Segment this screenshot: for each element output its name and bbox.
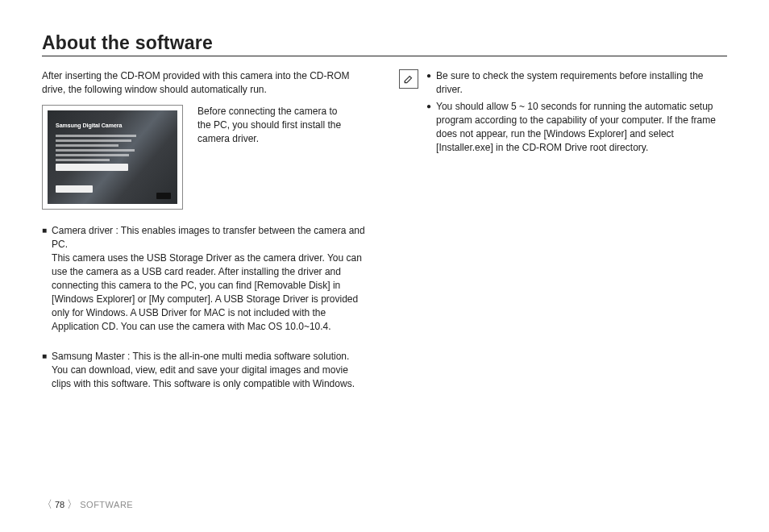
- columns: After inserting the CD-ROM provided with…: [42, 69, 727, 407]
- item-head: Camera driver : This enables images to t…: [52, 225, 365, 250]
- column-right: ● Be sure to check the system requiremen…: [399, 69, 727, 407]
- figure-row: Samsung Digital Camera Before connecting…: [42, 105, 370, 210]
- intro-paragraph: After inserting the CD-ROM provided with…: [42, 69, 370, 97]
- column-left: After inserting the CD-ROM provided with…: [42, 69, 370, 407]
- figure-caption: Before connecting the camera to the PC, …: [197, 105, 351, 210]
- installer-screenshot: Samsung Digital Camera: [42, 105, 183, 210]
- list-item: ■ Samsung Master : This is the all-in-on…: [42, 350, 370, 391]
- note-bullet-item: ● Be sure to check the system requiremen…: [426, 69, 727, 97]
- angle-bracket-right-icon: 〉: [67, 499, 77, 509]
- document-page: About the software After inserting the C…: [0, 0, 769, 532]
- note-icon: [399, 69, 418, 89]
- title-underline: About the software: [42, 32, 727, 56]
- note-block: ● Be sure to check the system requiremen…: [399, 69, 727, 158]
- note-bullet-item: ● You should allow 5 ~ 10 seconds for ru…: [426, 100, 727, 155]
- item-text: This camera uses the USB Storage Driver …: [52, 252, 362, 332]
- list-item: ■ Camera driver : This enables images to…: [42, 224, 370, 334]
- angle-bracket-left-icon: 〈: [42, 499, 52, 509]
- bullet-text: Be sure to check the system requirements…: [436, 69, 727, 97]
- installer-window: Samsung Digital Camera: [48, 110, 177, 204]
- footer-section-label: SOFTWARE: [80, 500, 133, 509]
- item-body: Camera driver : This enables images to t…: [52, 224, 370, 334]
- bullet-icon: ●: [426, 69, 431, 97]
- pencil-note-icon: [403, 73, 414, 85]
- installer-window-title: Samsung Digital Camera: [56, 122, 122, 130]
- item-head: Samsung Master : This is the all-in-one …: [52, 351, 349, 362]
- square-bullet-icon: ■: [42, 224, 47, 334]
- installer-exit-button: [156, 193, 171, 199]
- item-body: Samsung Master : This is the all-in-one …: [52, 350, 370, 391]
- page-footer: 〈 78 〉 SOFTWARE: [42, 499, 133, 509]
- page-number: 78: [55, 500, 64, 509]
- item-text: You can download, view, edit and save yo…: [52, 364, 355, 389]
- square-bullet-icon: ■: [42, 350, 47, 391]
- installer-button-primary: [56, 164, 128, 171]
- bullet-text: You should allow 5 ~ 10 seconds for runn…: [436, 100, 727, 155]
- installer-button-secondary: [56, 185, 93, 193]
- page-title: About the software: [42, 32, 727, 54]
- installer-text-lines: [56, 135, 145, 161]
- bullet-icon: ●: [426, 100, 431, 155]
- note-bullets: ● Be sure to check the system requiremen…: [426, 69, 727, 158]
